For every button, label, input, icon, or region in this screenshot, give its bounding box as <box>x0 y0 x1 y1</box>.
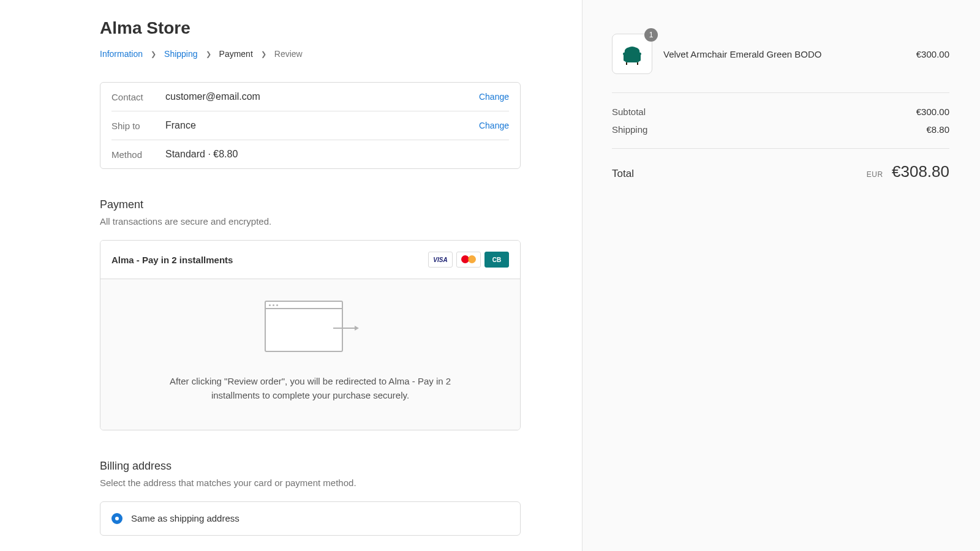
totals-block: Subtotal €300.00 Shipping €8.80 Total EU… <box>612 93 949 181</box>
breadcrumb: Information ❯ Shipping ❯ Payment ❯ Revie… <box>100 49 521 59</box>
billing-card: Same as shipping address <box>100 501 521 536</box>
chevron-right-icon: ❯ <box>151 50 156 58</box>
breadcrumb-information[interactable]: Information <box>100 49 143 59</box>
checkout-main: Alma Store Information ❯ Shipping ❯ Paym… <box>0 0 582 551</box>
chevron-right-icon: ❯ <box>261 50 266 58</box>
total-amount: €308.80 <box>892 162 949 181</box>
total-label: Total <box>612 168 634 180</box>
product-thumbnail: 1 <box>612 34 652 74</box>
breadcrumb-payment: Payment <box>219 49 253 59</box>
contact-label: Contact <box>111 92 165 102</box>
order-summary-sidebar: 1 Velvet Armchair Emerald Green BODO €30… <box>582 0 980 551</box>
billing-subheading: Select the address that matches your car… <box>100 478 521 488</box>
breadcrumb-review: Review <box>274 49 303 59</box>
payment-method-title: Alma - Pay in 2 installments <box>111 255 233 265</box>
redirect-illustration-icon <box>265 301 356 356</box>
divider <box>612 148 949 149</box>
change-shipto-link[interactable]: Change <box>479 121 509 130</box>
product-name: Velvet Armchair Emerald Green BODO <box>663 49 905 59</box>
shipto-label: Ship to <box>111 121 165 131</box>
subtotal-value: €300.00 <box>916 107 949 117</box>
billing-same-label: Same as shipping address <box>131 513 239 523</box>
redirect-text: After clicking "Review order", you will … <box>149 374 471 403</box>
radio-selected-icon <box>111 513 123 524</box>
cart-line-item: 1 Velvet Armchair Emerald Green BODO €30… <box>612 34 949 93</box>
card-brand-icons: VISA CB <box>428 252 509 268</box>
method-value: Standard · €8.80 <box>165 149 509 160</box>
review-box: Contact customer@email.com Change Ship t… <box>100 82 521 169</box>
billing-same-option[interactable]: Same as shipping address <box>100 502 520 535</box>
method-label: Method <box>111 149 165 160</box>
store-name: Alma Store <box>100 18 521 38</box>
total-currency: EUR <box>867 170 883 179</box>
shipping-value: €8.80 <box>926 124 949 135</box>
subtotal-line: Subtotal €300.00 <box>612 107 949 117</box>
shipping-line: Shipping €8.80 <box>612 124 949 135</box>
payment-heading: Payment <box>100 198 521 211</box>
billing-heading: Billing address <box>100 460 521 473</box>
contact-value: customer@email.com <box>165 91 479 102</box>
svg-rect-0 <box>626 62 627 65</box>
grand-total-line: Total EUR €308.80 <box>612 162 949 181</box>
mastercard-icon <box>456 252 481 268</box>
review-contact-row: Contact customer@email.com Change <box>111 83 509 111</box>
payment-method-body: After clicking "Review order", you will … <box>100 279 520 430</box>
armchair-icon <box>620 42 644 66</box>
payment-method-header[interactable]: Alma - Pay in 2 installments VISA CB <box>100 241 520 279</box>
breadcrumb-shipping[interactable]: Shipping <box>164 49 198 59</box>
payment-method-card: Alma - Pay in 2 installments VISA CB Aft… <box>100 240 521 430</box>
payment-subheading: All transactions are secure and encrypte… <box>100 216 521 227</box>
shipto-value: France <box>165 120 479 131</box>
review-shipto-row: Ship to France Change <box>111 111 509 140</box>
quantity-badge: 1 <box>644 28 658 42</box>
review-method-row: Method Standard · €8.80 <box>111 140 509 168</box>
product-price: €300.00 <box>916 49 949 59</box>
svg-rect-1 <box>637 62 638 65</box>
change-contact-link[interactable]: Change <box>479 92 509 102</box>
cb-icon: CB <box>484 252 509 268</box>
subtotal-label: Subtotal <box>612 107 646 117</box>
visa-icon: VISA <box>428 252 453 268</box>
chevron-right-icon: ❯ <box>206 50 211 58</box>
shipping-label: Shipping <box>612 124 647 135</box>
